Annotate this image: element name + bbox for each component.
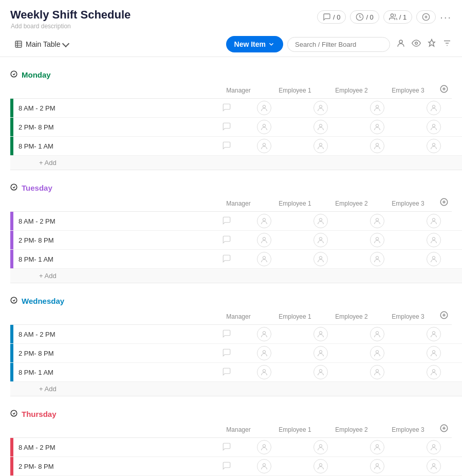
comment-button[interactable] <box>217 122 236 133</box>
person-avatar[interactable] <box>313 252 328 266</box>
person-avatar[interactable] <box>427 101 441 115</box>
comment-button[interactable] <box>217 235 236 246</box>
comment-button[interactable] <box>217 461 236 472</box>
employee1-cell[interactable] <box>292 139 349 153</box>
person-avatar[interactable] <box>257 120 271 134</box>
person-avatar[interactable] <box>427 233 441 247</box>
new-item-button[interactable]: New Item <box>226 36 283 52</box>
person-avatar[interactable] <box>370 327 384 341</box>
group-name-monday[interactable]: Monday <box>22 70 51 79</box>
comment-button[interactable] <box>217 329 236 340</box>
chat-badge[interactable]: / 0 <box>317 10 346 24</box>
person-avatar[interactable] <box>257 252 271 266</box>
add-column-button[interactable] <box>436 310 452 322</box>
person-avatar[interactable] <box>313 327 328 341</box>
comment-button[interactable] <box>217 141 236 152</box>
person-avatar[interactable] <box>313 459 328 473</box>
employee1-cell[interactable] <box>292 327 349 341</box>
employee3-cell[interactable] <box>405 459 462 473</box>
employee1-cell[interactable] <box>292 346 349 360</box>
more-options-button[interactable]: ··· <box>440 11 452 23</box>
employee1-cell[interactable] <box>292 120 349 134</box>
person-avatar[interactable] <box>370 440 384 454</box>
person-avatar[interactable] <box>313 214 328 228</box>
employee2-cell[interactable] <box>349 233 405 247</box>
person-avatar[interactable] <box>313 101 328 115</box>
employee3-cell[interactable] <box>405 101 462 115</box>
person-avatar[interactable] <box>313 365 328 379</box>
employee1-cell[interactable] <box>292 101 349 115</box>
person-avatar[interactable] <box>427 440 441 454</box>
eye-icon[interactable] <box>412 39 421 50</box>
comment-button[interactable] <box>217 103 236 114</box>
person-avatar[interactable] <box>427 120 441 134</box>
employee3-cell[interactable] <box>405 365 462 379</box>
manager-cell[interactable] <box>236 459 292 473</box>
person-avatar[interactable] <box>313 440 328 454</box>
employee2-cell[interactable] <box>349 327 405 341</box>
group-name-tuesday[interactable]: Tuesday <box>22 184 52 192</box>
employee3-cell[interactable] <box>405 120 462 134</box>
group-toggle-monday[interactable] <box>10 70 17 79</box>
person-avatar[interactable] <box>313 120 328 134</box>
add-row-button[interactable]: + Add <box>10 156 462 170</box>
employee3-cell[interactable] <box>405 214 462 228</box>
person-avatar[interactable] <box>427 459 441 473</box>
employee2-cell[interactable] <box>349 440 405 454</box>
manager-cell[interactable] <box>236 233 292 247</box>
employee2-cell[interactable] <box>349 459 405 473</box>
employee1-cell[interactable] <box>292 365 349 379</box>
comment-button[interactable] <box>217 216 236 227</box>
employee2-cell[interactable] <box>349 252 405 266</box>
person-avatar[interactable] <box>427 327 441 341</box>
activity-badge[interactable]: / 0 <box>350 10 379 24</box>
person-avatar[interactable] <box>427 252 441 266</box>
employee2-cell[interactable] <box>349 214 405 228</box>
person-filter-icon[interactable] <box>396 39 405 50</box>
employee3-cell[interactable] <box>405 440 462 454</box>
person-avatar[interactable] <box>427 139 441 153</box>
comment-button[interactable] <box>217 254 236 265</box>
comment-button[interactable] <box>217 442 236 453</box>
person-avatar[interactable] <box>370 252 384 266</box>
manager-cell[interactable] <box>236 120 292 134</box>
person-avatar[interactable] <box>257 346 271 360</box>
person-avatar[interactable] <box>370 459 384 473</box>
add-column-button[interactable] <box>436 84 452 96</box>
main-table-button[interactable]: Main Table <box>10 38 72 50</box>
manager-cell[interactable] <box>236 139 292 153</box>
employee3-cell[interactable] <box>405 233 462 247</box>
employee3-cell[interactable] <box>405 327 462 341</box>
add-column-button[interactable] <box>436 424 452 435</box>
users-badge[interactable]: / 1 <box>383 10 412 24</box>
person-avatar[interactable] <box>370 365 384 379</box>
group-toggle-thursday[interactable] <box>10 410 17 418</box>
employee1-cell[interactable] <box>292 214 349 228</box>
pin-icon[interactable] <box>427 39 436 50</box>
person-avatar[interactable] <box>370 120 384 134</box>
person-avatar[interactable] <box>257 214 271 228</box>
employee1-cell[interactable] <box>292 233 349 247</box>
comment-button[interactable] <box>217 367 236 378</box>
person-avatar[interactable] <box>370 139 384 153</box>
employee2-cell[interactable] <box>349 120 405 134</box>
add-column-button[interactable] <box>436 197 452 209</box>
comment-button[interactable] <box>217 348 236 359</box>
person-avatar[interactable] <box>427 346 441 360</box>
person-avatar[interactable] <box>313 139 328 153</box>
manager-cell[interactable] <box>236 327 292 341</box>
person-avatar[interactable] <box>313 346 328 360</box>
employee3-cell[interactable] <box>405 139 462 153</box>
filter-icon[interactable] <box>442 39 452 50</box>
add-row-button[interactable]: + Add <box>10 382 462 396</box>
employee3-cell[interactable] <box>405 252 462 266</box>
group-name-thursday[interactable]: Thursday <box>22 410 57 418</box>
manager-cell[interactable] <box>236 346 292 360</box>
person-avatar[interactable] <box>427 214 441 228</box>
person-avatar[interactable] <box>313 233 328 247</box>
group-toggle-wednesday[interactable] <box>10 297 17 305</box>
board-description[interactable]: Add board description <box>10 23 131 30</box>
manager-cell[interactable] <box>236 365 292 379</box>
manager-cell[interactable] <box>236 214 292 228</box>
person-avatar[interactable] <box>370 101 384 115</box>
